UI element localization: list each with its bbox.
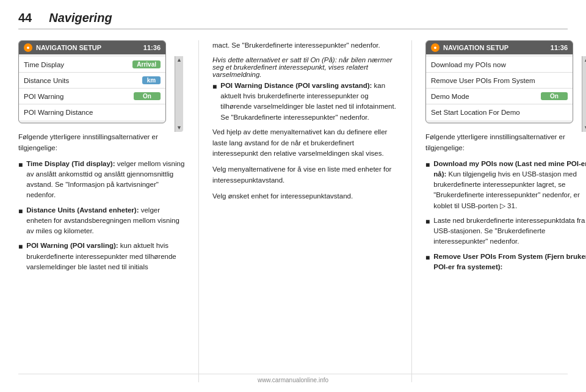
page-title: Navigering [49,11,112,25]
nav-row-2-badge: On [134,92,161,100]
right-nav-row-3: Set Start Location For Demo [426,104,573,120]
right-nav-row-3-label: Set Start Location For Demo [431,109,520,116]
right-bullet-text-0: Download my POIs now (Last ned mine POI-… [433,159,586,211]
right-nav-box: ● NAVIGATION SETUP 11:36 Download my POI… [425,40,573,123]
right-intro-text: Følgende ytterligere innstillingsal­tern… [425,132,586,154]
col-left: ● NAVIGATION SETUP 11:36 Time Display Ar… [18,40,198,382]
bullet-text-0: Time Display (Tid display): velger mello… [26,159,185,201]
right-nav-row-2-label: Demo Mode [431,93,469,100]
left-nav-box-body: Time Display Arrival Distance Units km P… [19,54,165,123]
left-bullet-2: ■ POI Warning (POI varsling): kun aktuel… [18,241,185,272]
right-bullet-0: ■ Download my POIs now (Last ned mine PO… [425,159,586,211]
left-intro-text: Følgende ytterligere innstillingsal­tern… [18,132,185,154]
right-scrollbar[interactable]: ▲ ▼ [582,56,586,132]
center-bullet-marker-0: ■ [212,81,217,123]
right-nav-box-wrapper: ● NAVIGATION SETUP 11:36 Download my POI… [425,40,582,132]
nav-row-2: POI Warning On [19,89,165,104]
bullet-marker-0: ■ [18,159,23,201]
center-bullet-0: ■ POI Warning Distance (POI varsling avs… [212,81,398,123]
right-bullet-marker-2: ■ [425,252,430,273]
nav-row-1-label: Distance Units [24,77,69,84]
right-bullet-marker-0: ■ [425,159,430,211]
page-number: 44 [18,11,32,25]
right-scroll-up-icon[interactable]: ▲ [584,57,586,63]
left-nav-box-time: 11:36 [143,44,161,51]
nav-row-2-label: POI Warning [24,93,63,100]
page-header: 44 Navigering [18,11,568,29]
center-bullet-text-0: POI Warning Distance (POI varsling avsta… [220,81,398,123]
center-para3: Velg ønsket enhet for interesse­punktavs… [212,191,398,202]
right-nav-row-0-label: Download my POIs now [431,61,506,68]
right-bullet-2: ■ Remove User POIs From System (Fjern br… [425,252,586,273]
left-scrollbar[interactable]: ▲ ▼ [175,56,183,132]
right-nav-row-1-label: Remove User POIs From System [431,77,535,84]
right-bullet-text-2: Remove User POIs From System (Fjern bruk… [433,252,586,273]
col-right: ● NAVIGATION SETUP 11:36 Download my POI… [412,40,586,382]
nav-row-0-badge: Arrival [132,60,161,68]
right-nav-box-time: 11:36 [551,44,568,51]
nav-icon-right: ● [431,43,440,52]
right-scroll-down-icon[interactable]: ▼ [584,125,586,131]
right-nav-row-2: Demo Mode On [426,89,573,104]
right-nav-row-2-badge: On [541,92,568,100]
left-nav-box-title: NAVIGATION SETUP [36,44,101,51]
center-para1: Ved hjelp av dette menyalternativet kan … [212,127,398,159]
left-nav-box-wrapper: ● NAVIGATION SETUP 11:36 Time Display Ar… [18,40,175,132]
left-bullet-0: ■ Time Display (Tid display): velger mel… [18,159,185,201]
footer: www.carmanualonline.info [18,374,568,383]
right-nav-box-title: NAVIGATION SETUP [443,44,508,51]
right-nav-box-body: Download my POIs now Remove User POIs Fr… [426,54,573,123]
bullet-marker-2: ■ [18,241,23,272]
footer-url: www.carmanualonline.info [258,377,328,383]
bullet-text-1: Distance Units (Avstand enheter): velger… [26,205,185,237]
page: 44 Navigering ● NAVIGATION SETUP 11:36 [0,0,586,392]
right-nav-row-1: Remove User POIs From System [426,73,573,89]
nav-row-1-badge: km [142,76,161,84]
center-para2: Velg menyalternativene for å vise en lis… [212,164,398,186]
nav-row-3: POI Warning Distance [19,104,165,120]
columns: ● NAVIGATION SETUP 11:36 Time Display Ar… [18,40,568,382]
left-bullet-1: ■ Distance Units (Avstand enheter): velg… [18,205,185,237]
scroll-down-icon[interactable]: ▼ [176,125,182,131]
center-continuation: mact. Se "Brukerdefinerte interes­sepunk… [212,40,398,51]
left-nav-box-header: ● NAVIGATION SETUP 11:36 [19,41,165,54]
right-bullet-text-1: Laste ned brukerdefinerte interes­sepunk… [433,216,586,247]
bullet-marker-1: ■ [18,206,23,237]
nav-icon-left: ● [24,43,32,52]
right-bullet-1: ■ Laste ned brukerdefinerte interes­sepu… [425,216,586,247]
right-nav-box-header: ● NAVIGATION SETUP 11:36 [426,41,573,54]
scroll-up-icon[interactable]: ▲ [176,57,182,63]
left-nav-box: ● NAVIGATION SETUP 11:36 Time Display Ar… [18,40,166,123]
nav-row-3-label: POI Warning Distance [24,109,93,116]
bullet-text-2: POI Warning (POI varsling): kun aktuelt … [26,241,185,272]
center-italic: Hvis dette alternativet er satt til On (… [212,56,398,78]
nav-row-0: Time Display Arrival [19,57,165,73]
nav-row-1: Distance Units km [19,73,165,89]
right-nav-row-0: Download my POIs now [426,57,573,73]
nav-row-0-label: Time Display [24,61,64,68]
col-center: mact. Se "Brukerdefinerte interes­sepunk… [198,40,412,382]
right-bullet-marker-1: ■ [425,216,430,247]
